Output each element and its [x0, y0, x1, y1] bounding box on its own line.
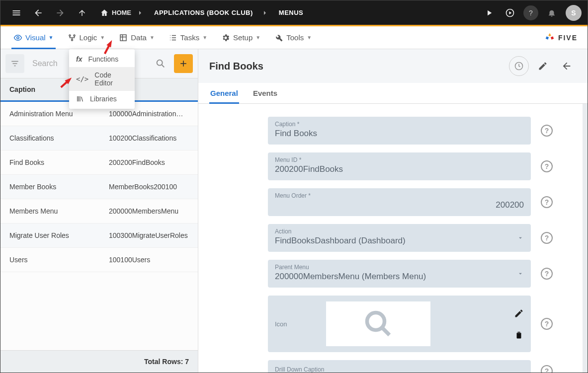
cell-menuid: MemberBooks200100 [100, 175, 198, 199]
right-pane: Find Books General Events Caption * [198, 49, 588, 373]
svg-point-2 [69, 35, 71, 36]
avatar[interactable]: S [566, 5, 582, 21]
up-icon[interactable] [72, 3, 92, 23]
help-icon[interactable]: ? [541, 160, 553, 172]
tab-general[interactable]: General [209, 83, 239, 103]
svg-point-4 [71, 39, 73, 41]
cell-caption: Find Books [0, 150, 100, 174]
help-icon[interactable]: ? [541, 196, 553, 208]
svg-rect-5 [120, 35, 126, 41]
field-action[interactable]: Action FindBooksDashboard (Dashboard) [268, 224, 531, 252]
icon-preview [326, 301, 430, 346]
chevron-down-icon [517, 270, 524, 277]
add-button[interactable] [174, 54, 193, 73]
logic-dropdown: fx Functions </> Code Editor Libraries [69, 49, 135, 109]
code-icon: </> [76, 75, 88, 83]
help-icon[interactable]: ? [541, 365, 553, 373]
fx-icon: fx [76, 55, 82, 63]
chevron-right-icon [136, 9, 146, 17]
cell-caption: Migrate User Roles [0, 224, 100, 247]
delete-icon[interactable] [514, 330, 523, 339]
cell-caption: Classifications [0, 126, 100, 150]
menu-libraries[interactable]: Libraries [69, 91, 135, 107]
field-caption[interactable]: Caption * Find Books [268, 117, 531, 145]
cell-caption: Members Menu [0, 199, 100, 223]
svg-point-1 [17, 36, 19, 39]
chevron-right-icon [261, 9, 271, 17]
help-icon[interactable]: ? [521, 3, 541, 23]
help-icon[interactable]: ? [541, 318, 553, 330]
chevron-down-icon [517, 234, 524, 241]
help-icon[interactable]: ? [541, 125, 553, 137]
field-menuorder[interactable]: Menu Order * 200200 [268, 188, 531, 216]
table-row[interactable]: Users100100Users [0, 248, 198, 272]
edit-icon[interactable] [514, 308, 524, 318]
field-drilldown[interactable]: Drill Down Caption [268, 360, 531, 373]
help-icon[interactable]: ? [541, 232, 553, 244]
table-body: Administration Menu100000Administration…… [0, 102, 198, 350]
cell-menuid: 100200Classifications [100, 126, 198, 150]
edit-icon[interactable] [533, 56, 553, 76]
breadcrumb-home[interactable]: HOME [112, 9, 131, 16]
table-row[interactable]: Members Menu200000MembersMenu [0, 199, 198, 224]
library-icon [76, 95, 84, 103]
field-menuid[interactable]: Menu ID * 200200FindBooks [268, 152, 531, 180]
table-row[interactable]: Migrate User Roles100300MigrateUserRoles [0, 224, 198, 248]
tab-setup[interactable]: Setup▼ [214, 26, 267, 49]
tab-events[interactable]: Events [252, 83, 278, 103]
breadcrumb: HOME APPLICATIONS (BOOK CLUB) MENUS [98, 3, 308, 23]
help-icon[interactable]: ? [541, 268, 553, 280]
tab-tools[interactable]: Tools▼ [267, 26, 319, 49]
history-icon[interactable] [509, 56, 529, 76]
bell-icon[interactable] [542, 3, 562, 23]
back-icon[interactable] [28, 3, 48, 23]
breadcrumb-app[interactable]: APPLICATIONS (BOOK CLUB) [149, 6, 258, 19]
cell-menuid: 200200FindBooks [100, 150, 198, 174]
tab-tasks[interactable]: Tasks▼ [162, 26, 214, 49]
back-arrow-icon[interactable] [557, 56, 577, 76]
cell-menuid: 200000MembersMenu [100, 199, 198, 223]
table-row[interactable]: Member BooksMemberBooks200100 [0, 175, 198, 199]
menu-code-editor[interactable]: </> Code Editor [69, 67, 135, 91]
table-row[interactable]: Classifications100200Classifications [0, 126, 198, 150]
table-footer: Total Rows: 7 [0, 350, 198, 373]
breadcrumb-menus[interactable]: MENUS [274, 6, 308, 19]
field-parent-menu[interactable]: Parent Menu 200000MembersMenu (Members M… [268, 260, 531, 288]
cell-menuid: 100300MigrateUserRoles [100, 224, 198, 247]
cell-menuid: 100100Users [100, 248, 198, 272]
cell-caption: Member Books [0, 175, 100, 199]
play-icon[interactable] [479, 3, 499, 23]
svg-point-8 [367, 313, 384, 330]
search-icon[interactable] [151, 54, 170, 73]
home-icon[interactable]: HOME [98, 3, 133, 23]
tab-logic[interactable]: Logic▼ [61, 26, 112, 49]
filter-button[interactable] [5, 54, 24, 73]
topbar: HOME APPLICATIONS (BOOK CLUB) MENUS ? S [0, 0, 588, 26]
subnav: Visual▼ Logic▼ Data▼ Tasks▼ Setup▼ Tools… [0, 26, 588, 49]
forward-icon[interactable] [50, 3, 70, 23]
svg-point-6 [157, 60, 163, 66]
brand-logo: FIVE [544, 32, 582, 43]
cell-caption: Users [0, 248, 100, 272]
page-title: Find Books [209, 61, 263, 72]
field-icon: Icon [268, 296, 531, 352]
deploy-icon[interactable] [500, 3, 520, 23]
table-row[interactable]: Find Books200200FindBooks [0, 150, 198, 175]
tab-visual[interactable]: Visual▼ [6, 26, 61, 49]
menu-functions[interactable]: fx Functions [69, 51, 135, 67]
svg-point-3 [74, 35, 75, 36]
hamburger-icon[interactable] [6, 3, 26, 23]
tab-data[interactable]: Data▼ [112, 26, 162, 49]
